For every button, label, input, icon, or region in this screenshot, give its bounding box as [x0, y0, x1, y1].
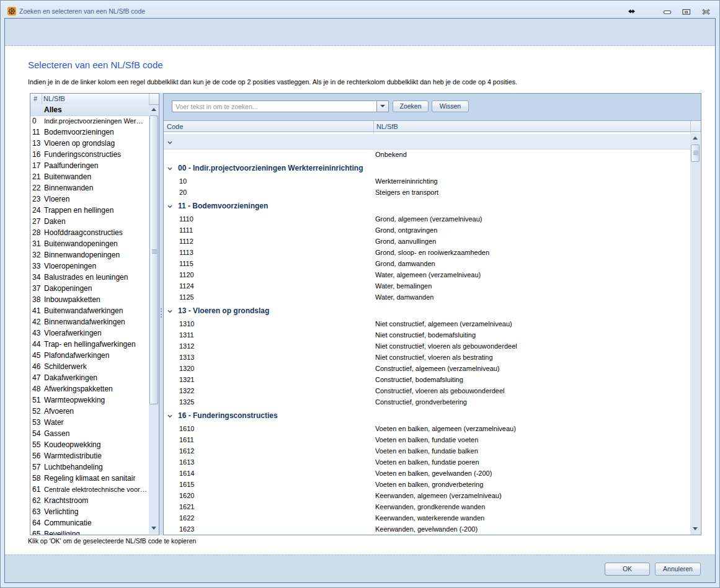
- svg-text:P: P: [11, 9, 14, 14]
